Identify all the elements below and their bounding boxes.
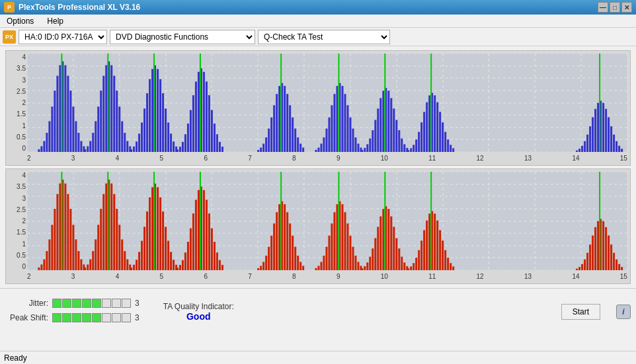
ta-quality-value: Good	[186, 311, 211, 322]
status-text: Ready	[4, 353, 27, 363]
device-select[interactable]: HA:0 ID:0 PX-716A	[19, 30, 107, 44]
device-icon: PX	[3, 30, 16, 44]
top-chart-y-axis: 4 3.5 3 2.5 2 1.5 1 0.5 0	[7, 54, 27, 152]
bottom-chart-container: 4 3.5 3 2.5 2 1.5 1 0.5 0 2 3 4 5 6 7 8 …	[5, 168, 631, 284]
bottom-chart-x-axis: 2 3 4 5 6 7 8 9 10 11 12 13 14 15	[27, 270, 627, 282]
jitter-row: Jitter: 3	[5, 299, 139, 308]
title-bar-controls[interactable]: — □ ✕	[598, 2, 632, 13]
jitter-label: Jitter:	[5, 299, 48, 308]
charts-area: 4 3.5 3 2.5 2 1.5 1 0.5 0 2 3 4 5 6 7 8 …	[0, 46, 636, 288]
top-chart-x-axis: 2 3 4 5 6 7 8 9 10 11 12 13 14 15	[27, 152, 627, 164]
bottom-chart-y-axis: 4 3.5 3 2.5 2 1.5 1 0.5 0	[7, 172, 27, 270]
info-button[interactable]: i	[616, 305, 631, 319]
close-button[interactable]: ✕	[621, 2, 632, 13]
title-bar-left: P PlexTools Professional XL V3.16	[4, 2, 140, 13]
top-chart-canvas	[27, 54, 627, 152]
minimize-button[interactable]: —	[598, 2, 608, 13]
menu-help[interactable]: Help	[43, 15, 67, 27]
peak-bar-7	[112, 313, 121, 322]
peak-shift-bars	[52, 313, 131, 322]
top-chart-inner	[27, 54, 627, 152]
title-bar-text: PlexTools Professional XL V3.16	[19, 3, 140, 12]
toolbar: PX HA:0 ID:0 PX-716A DVD Diagnostic Func…	[0, 28, 636, 46]
app-icon: P	[4, 2, 15, 13]
top-chart-container: 4 3.5 3 2.5 2 1.5 1 0.5 0 2 3 4 5 6 7 8 …	[5, 50, 631, 166]
peak-shift-row: Peak Shift: 3	[5, 313, 139, 322]
maximize-button[interactable]: □	[610, 2, 620, 13]
jitter-bar-1	[52, 299, 61, 308]
status-bar: Ready	[0, 351, 636, 364]
peak-bar-4	[82, 313, 91, 322]
peak-bar-8	[122, 313, 131, 322]
peak-bar-5	[92, 313, 101, 322]
jitter-bar-2	[62, 299, 71, 308]
menu-bar: Options Help	[0, 15, 636, 28]
ta-quality-section: TA Quality Indicator: Good	[163, 302, 234, 322]
peak-shift-value: 3	[135, 313, 139, 322]
peak-bar-3	[72, 313, 81, 322]
ta-quality-label: TA Quality Indicator:	[163, 302, 234, 311]
jitter-bar-3	[72, 299, 81, 308]
menu-options[interactable]: Options	[3, 15, 38, 27]
test-select[interactable]: Q-Check TA Test	[258, 30, 390, 44]
peak-bar-6	[102, 313, 111, 322]
indicators-section: Jitter: 3 Peak Shift:	[5, 299, 139, 325]
jitter-bar-7	[112, 299, 121, 308]
bottom-chart-canvas	[27, 172, 627, 270]
jitter-bars	[52, 299, 131, 308]
jitter-bar-6	[102, 299, 111, 308]
peak-bar-2	[62, 313, 71, 322]
title-bar: P PlexTools Professional XL V3.16 — □ ✕	[0, 0, 636, 15]
jitter-bar-5	[92, 299, 101, 308]
device-selector: PX HA:0 ID:0 PX-716A	[3, 30, 107, 44]
jitter-bar-8	[122, 299, 131, 308]
jitter-bar-4	[82, 299, 91, 308]
function-select[interactable]: DVD Diagnostic Functions	[110, 30, 255, 44]
jitter-value: 3	[135, 299, 139, 308]
peak-shift-label: Peak Shift:	[5, 313, 48, 322]
bottom-panel: Jitter: 3 Peak Shift:	[0, 288, 636, 334]
peak-bar-1	[52, 313, 61, 322]
bottom-chart-inner	[27, 172, 627, 270]
start-button[interactable]: Start	[561, 304, 600, 320]
